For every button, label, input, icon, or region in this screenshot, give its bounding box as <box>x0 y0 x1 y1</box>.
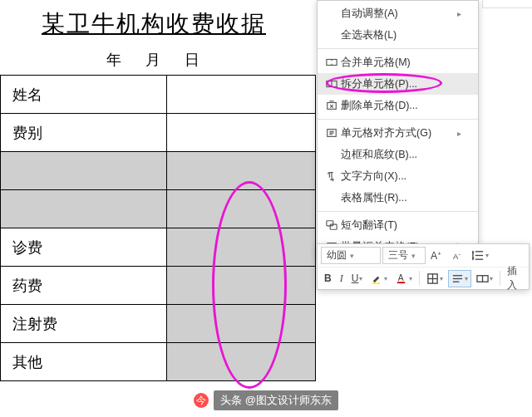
menu-auto-adjust[interactable]: 自动调整(A) ▸ <box>318 2 478 24</box>
cell-feetype-label[interactable]: 费别 <box>1 114 167 152</box>
watermark: 今 头条 @图文设计师东东 <box>0 390 532 410</box>
context-menu: 自动调整(A) ▸ 全选表格(L) 合并单元格(M) 拆分单元格(P)... 删… <box>317 0 479 260</box>
insert-button[interactable]: 插入 <box>504 262 525 295</box>
annotation-ellipse-small <box>326 73 442 93</box>
cell-injection-label[interactable]: 注射费 <box>1 305 167 343</box>
font-select[interactable]: 幼圆▾ <box>321 247 381 264</box>
date-row: 年 月 日 <box>0 40 316 75</box>
toolbar-row-1: 幼圆▾ 三号▾ A+ A- ▾ <box>318 244 529 267</box>
scroll-stub <box>482 0 532 8</box>
month-label: 月 <box>145 52 170 68</box>
delete-cells-icon <box>323 100 341 111</box>
borders-button[interactable]: ▾ <box>423 270 446 287</box>
menu-merge-cells[interactable]: 合并单元格(M) <box>318 52 478 73</box>
cell-name-label[interactable]: 姓名 <box>1 76 167 114</box>
svg-text:A: A <box>398 273 404 282</box>
merge-button[interactable]: ▾ <box>473 270 496 287</box>
caret-icon: ▾ <box>350 252 354 260</box>
annotation-ellipse-large <box>212 181 287 389</box>
cell-name-value[interactable] <box>167 76 316 114</box>
align-icon <box>323 127 341 139</box>
underline-button[interactable]: U▾ <box>348 270 367 287</box>
mini-toolbar: 幼圆▾ 三号▾ A+ A- ▾ B I U▾ ▾ A▾ ▾ ▾ ▾ 插入 <box>317 243 530 290</box>
cell-medicine-label[interactable]: 药费 <box>1 267 167 305</box>
cell-blank-2a[interactable] <box>1 190 167 228</box>
menu-text-direction[interactable]: 文字方向(X)... <box>318 165 478 187</box>
caret-icon: ▾ <box>409 275 412 282</box>
italic-button[interactable]: I <box>337 270 347 287</box>
merge-cells-icon <box>323 56 341 68</box>
svg-text:-: - <box>458 250 461 258</box>
caret-icon: ▾ <box>440 275 443 282</box>
caret-icon: ▾ <box>490 275 493 282</box>
menu-border-shading[interactable]: 边框和底纹(B)... <box>318 144 478 165</box>
menu-phrase-translate[interactable]: 短句翻译(T) <box>318 214 478 236</box>
source-icon: 今 <box>194 393 209 408</box>
cell-feetype-value[interactable] <box>167 114 316 152</box>
toolbar-divider <box>500 271 500 286</box>
bold-button[interactable]: B <box>321 270 335 287</box>
cell-blank-1a[interactable] <box>1 152 167 190</box>
caret-icon: ▾ <box>359 275 362 282</box>
svg-text:+: + <box>437 250 441 258</box>
menu-separator <box>318 48 478 49</box>
font-color-button[interactable]: A▾ <box>392 270 416 287</box>
caret-icon: ▾ <box>465 275 468 282</box>
increase-font-button[interactable]: A+ <box>427 247 446 264</box>
day-label: 日 <box>185 52 209 68</box>
svg-rect-25 <box>372 282 380 284</box>
author-label: @图文设计师东东 <box>245 394 332 406</box>
menu-separator <box>318 211 478 212</box>
highlight-button[interactable]: ▾ <box>367 270 391 287</box>
caret-icon: ▾ <box>485 252 489 259</box>
line-spacing-button[interactable]: ▾ <box>469 247 492 264</box>
submenu-arrow-icon: ▸ <box>457 9 461 18</box>
decrease-font-button[interactable]: A- <box>448 247 467 264</box>
source-label: 头条 <box>220 394 242 406</box>
text-direction-icon <box>323 170 341 182</box>
toolbar-row-2: B I U▾ ▾ A▾ ▾ ▾ ▾ 插入 <box>318 267 529 289</box>
menu-delete-cells[interactable]: 删除单元格(D)... <box>318 95 478 116</box>
svg-rect-27 <box>397 282 405 283</box>
caret-icon: ▾ <box>411 252 416 260</box>
year-label: 年 <box>106 52 131 68</box>
menu-select-all-table[interactable]: 全选表格(L) <box>318 24 478 46</box>
submenu-arrow-icon: ▸ <box>457 129 461 138</box>
size-select[interactable]: 三号▾ <box>382 247 426 264</box>
menu-separator <box>318 119 478 120</box>
menu-table-props[interactable]: 表格属性(R)... <box>318 187 478 208</box>
caret-icon: ▾ <box>384 275 387 282</box>
translate-icon <box>323 219 341 231</box>
cell-other-label[interactable]: 其他 <box>1 343 167 381</box>
menu-cell-align[interactable]: 单元格对齐方式(G) ▸ <box>318 122 478 144</box>
cell-diagnosis-label[interactable]: 诊费 <box>1 228 167 267</box>
toolbar-divider <box>419 271 420 286</box>
align-button[interactable]: ▾ <box>448 270 471 287</box>
